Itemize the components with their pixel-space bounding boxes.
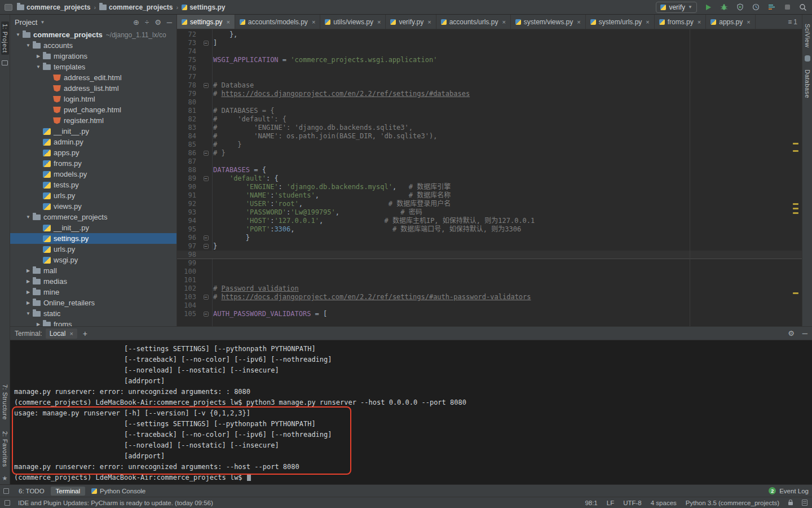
collapse-all-icon[interactable]: ÷ xyxy=(145,18,149,27)
tree-item[interactable]: ▼commerce_projects~/django_1.11_lx/co xyxy=(10,29,176,40)
profiler-button[interactable] xyxy=(751,3,760,12)
toolwindow-button-structure[interactable]: 7: Structure xyxy=(1,382,9,422)
terminal-tab-local[interactable]: Local × xyxy=(46,329,77,339)
breadcrumb-item[interactable]: settings.py xyxy=(182,3,225,11)
close-icon[interactable]: × xyxy=(226,19,230,25)
chevron-down-icon[interactable]: ▼ xyxy=(24,311,33,316)
code-line[interactable]: 92 'USER':'root', # 数据库登录用户名 xyxy=(177,200,802,208)
tree-item[interactable]: tests.py xyxy=(10,179,176,190)
chevron-down-icon[interactable]: ▼ xyxy=(24,43,33,48)
fold-marker-icon[interactable]: − xyxy=(204,83,209,88)
fold-marker-icon[interactable]: − xyxy=(204,312,209,317)
close-icon[interactable]: × xyxy=(312,19,315,25)
close-icon[interactable]: × xyxy=(377,19,381,25)
chevron-right-icon[interactable]: ▶ xyxy=(24,279,33,284)
code-line[interactable]: 99 xyxy=(177,259,802,268)
tree-item[interactable]: froms.py xyxy=(10,158,176,169)
editor-tab[interactable]: settings.py× xyxy=(177,15,235,29)
chevron-right-icon[interactable]: ▶ xyxy=(24,268,33,273)
editor-tab[interactable]: apps.py× xyxy=(706,15,755,29)
minimize-icon[interactable]: ─ xyxy=(802,329,807,338)
star-icon[interactable]: ★ xyxy=(2,475,8,482)
tree-item[interactable]: __init__.py xyxy=(10,222,176,233)
chevron-down-icon[interactable]: ▼ xyxy=(34,64,43,69)
editor-tab[interactable]: system/urls.py× xyxy=(586,15,655,29)
fold-marker-icon[interactable]: − xyxy=(204,176,209,181)
fold-marker-icon[interactable]: − xyxy=(204,244,209,249)
settings-gear-icon[interactable]: ⚙ xyxy=(788,329,795,338)
code-line[interactable]: 101 xyxy=(177,276,802,284)
line-separator[interactable]: LF xyxy=(607,500,614,506)
code-line[interactable]: 74 xyxy=(177,47,802,56)
tree-item[interactable]: ▼accounts xyxy=(10,40,176,51)
code-line[interactable]: 78−# Database xyxy=(177,81,802,90)
code-line[interactable]: 104 xyxy=(177,301,802,310)
chevron-down-icon[interactable]: ▼ xyxy=(14,32,23,37)
tree-item[interactable]: models.py xyxy=(10,169,176,179)
chevron-right-icon[interactable]: ▶ xyxy=(24,300,33,305)
new-session-icon[interactable]: + xyxy=(83,329,87,338)
code-line[interactable]: 91 'NAME':'students', # 数据库名称 xyxy=(177,191,802,200)
code-line[interactable]: 87 xyxy=(177,157,802,166)
code-line[interactable]: 96− } xyxy=(177,234,802,242)
toolwindows-quick-access-icon[interactable] xyxy=(3,488,9,494)
hide-panel-icon[interactable]: ─ xyxy=(167,18,172,27)
code-line[interactable]: 72 }, xyxy=(177,30,802,39)
code-line[interactable]: 73−] xyxy=(177,39,802,47)
code-line[interactable]: 81# DATABASES = { xyxy=(177,107,802,115)
close-icon[interactable]: × xyxy=(502,19,505,25)
code-line[interactable]: 79# https://docs.djangoproject.com/en/2.… xyxy=(177,90,802,98)
code-line[interactable]: 82# 'default': { xyxy=(177,115,802,124)
run-config-selector[interactable]: verify ▼ xyxy=(656,2,697,13)
breadcrumb-item[interactable]: commerce_projects xyxy=(17,3,90,11)
breadcrumb-item[interactable]: commerce_projects xyxy=(99,3,173,11)
editor-tab[interactable]: froms.py× xyxy=(655,15,706,29)
event-log-button[interactable]: 2 Event Log xyxy=(769,487,809,494)
tree-item[interactable]: urls.py xyxy=(10,244,176,255)
code-line[interactable]: 80 xyxy=(177,98,802,107)
tree-item[interactable]: ▶froms xyxy=(10,319,176,326)
chevron-down-icon[interactable]: ▼ xyxy=(24,214,33,220)
editor-tab[interactable]: verify.py× xyxy=(386,15,436,29)
editor-tab[interactable]: accounts/models.py× xyxy=(235,15,321,29)
stop-button[interactable] xyxy=(783,3,792,12)
tree-item[interactable]: login.html xyxy=(10,94,176,104)
code-line[interactable]: 76 xyxy=(177,64,802,73)
code-line[interactable]: 77 xyxy=(177,73,802,81)
database-icon[interactable] xyxy=(805,55,810,62)
tree-item[interactable]: pwd_change.html xyxy=(10,104,176,115)
search-icon[interactable] xyxy=(798,3,807,12)
tree-item[interactable]: settings.py xyxy=(10,233,176,244)
tree-item[interactable]: apps.py xyxy=(10,147,176,158)
warning-mark[interactable] xyxy=(793,143,798,144)
notifications-icon[interactable] xyxy=(802,500,807,506)
code-line[interactable]: 94 'HOST':'127.0.0.1', # 数据库主机IP, 如保持默认,… xyxy=(177,217,802,225)
tree-item[interactable]: register.html xyxy=(10,115,176,126)
code-line[interactable]: 86−# } xyxy=(177,149,802,157)
tree-item[interactable]: ▼static xyxy=(10,308,176,319)
chevron-right-icon[interactable]: ▶ xyxy=(34,322,43,326)
run-button[interactable] xyxy=(704,3,713,12)
code-line[interactable]: 85# } xyxy=(177,141,802,149)
tool-window-icon[interactable] xyxy=(2,60,8,65)
terminal-output[interactable]: [--settings SETTINGS] [--pythonpath PYTH… xyxy=(10,340,812,484)
toolbar-tab-todo[interactable]: 6: TODO xyxy=(14,487,50,496)
indent-style[interactable]: 4 spaces xyxy=(651,500,677,506)
code-line[interactable]: 103−# https://docs.djangoproject.com/en/… xyxy=(177,293,802,301)
settings-gear-icon[interactable]: ⚙ xyxy=(155,18,161,27)
code-line[interactable]: 83# 'ENGINE': 'django.db.backends.sqlite… xyxy=(177,124,802,132)
project-panel-title[interactable]: Project xyxy=(15,18,37,27)
close-icon[interactable]: × xyxy=(69,330,73,337)
tree-item[interactable]: ▶Online_retailers xyxy=(10,297,176,308)
code-line[interactable]: 90 'ENGINE': 'django.db.backends.mysql',… xyxy=(177,183,802,191)
chevron-down-icon[interactable]: ▼ xyxy=(40,20,45,25)
tree-item[interactable]: address_list.html xyxy=(10,83,176,94)
fold-marker-icon[interactable]: − xyxy=(204,235,209,240)
editor-tab[interactable]: utils/views.py× xyxy=(320,15,386,29)
tree-item[interactable]: ▶mine xyxy=(10,287,176,297)
code-line[interactable]: 88DATABASES = { xyxy=(177,166,802,174)
tree-item[interactable]: address_edit.html xyxy=(10,72,176,83)
status-grid-icon[interactable] xyxy=(5,500,10,506)
toolwindow-button-favorites[interactable]: 2: Favorites xyxy=(1,429,9,469)
file-encoding[interactable]: UTF-8 xyxy=(623,500,642,506)
